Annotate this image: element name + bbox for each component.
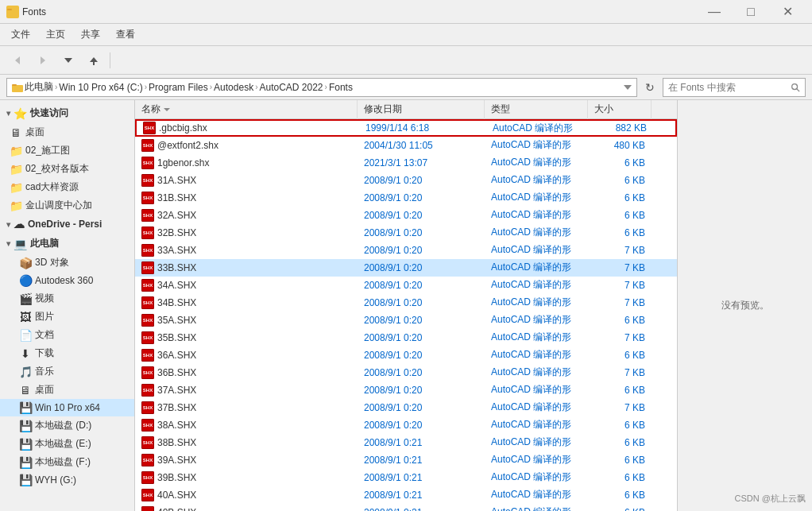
up-button[interactable] xyxy=(83,49,105,72)
table-row[interactable]: SHX38A.SHX 2008/9/1 0:20 AutoCAD 编译的形 6 … xyxy=(135,416,677,434)
sidebar-item-downloads[interactable]: ⬇ 下载 xyxy=(0,344,134,362)
refresh-button[interactable]: ↻ xyxy=(640,78,659,97)
recent-button[interactable] xyxy=(57,49,79,72)
table-row[interactable]: SHX35A.SHX 2008/9/1 0:20 AutoCAD 编译的形 6 … xyxy=(135,312,677,329)
sidebar-item-drive-d[interactable]: 💾 本地磁盘 (D:) xyxy=(0,416,134,435)
file-date-cell: 2008/9/1 0:20 xyxy=(358,385,485,396)
table-row[interactable]: SHX37A.SHX 2008/9/1 0:20 AutoCAD 编译的形 6 … xyxy=(135,381,677,399)
sidebar-item-desktop[interactable]: 🖥 桌面 xyxy=(0,123,134,141)
table-row[interactable]: SHX 31A.SHX 2008/9/1 0:20 AutoCAD 编译的形 6… xyxy=(135,172,677,189)
back-button[interactable] xyxy=(6,49,29,72)
sidebar-label-drive-g: WYH (G:) xyxy=(35,474,76,486)
table-row[interactable]: SHX 32A.SHX 2008/9/1 0:20 AutoCAD 编译的形 6… xyxy=(135,207,677,224)
table-row[interactable]: SHX39A.SHX 2008/9/1 0:21 AutoCAD 编译的形 6 … xyxy=(135,451,677,469)
col-header-size[interactable]: 大小 xyxy=(588,100,652,119)
sidebar-item-jinshan[interactable]: 📁 金山调度中心加 xyxy=(0,196,134,215)
autodesk-icon: 🔵 xyxy=(19,274,32,287)
table-row[interactable]: SHX 1gbenor.shx 2021/3/1 13:07 AutoCAD 编… xyxy=(135,154,677,172)
menu-file[interactable]: 文件 xyxy=(3,25,38,45)
col-name-label: 名称 xyxy=(141,103,160,116)
file-type-cell: AutoCAD 编译的形 xyxy=(485,191,588,204)
shx-file-icon: SHX xyxy=(141,384,154,397)
svg-rect-6 xyxy=(93,62,95,65)
sidebar-item-02-versions[interactable]: 📁 02_校对各版本 xyxy=(0,160,134,178)
table-row[interactable]: SHX40B.SHX 2008/9/1 0:21 AutoCAD 编译的形 6 … xyxy=(135,504,677,511)
file-size-cell: 6 KB xyxy=(588,437,652,448)
breadcrumb-autocad[interactable]: AutoCAD 2022 xyxy=(259,82,323,93)
file-type-cell: AutoCAD 编译的形 xyxy=(485,156,588,169)
breadcrumb-programfiles[interactable]: Program Files xyxy=(149,82,208,93)
menu-home[interactable]: 主页 xyxy=(38,25,73,45)
sidebar-label-autodesk360: Autodesk 360 xyxy=(35,275,93,286)
file-size-cell: 6 KB xyxy=(588,472,652,483)
sidebar-item-documents[interactable]: 📄 文档 xyxy=(0,326,134,344)
table-row[interactable]: SHX @extfont2.shx 2004/1/30 11:05 AutoCA… xyxy=(135,137,677,154)
svg-marker-5 xyxy=(90,57,98,62)
table-row[interactable]: SHX34B.SHX 2008/9/1 0:20 AutoCAD 编译的形 7 … xyxy=(135,294,677,312)
file-type-cell: AutoCAD 编译的形 xyxy=(486,122,590,135)
minimize-button[interactable]: — xyxy=(696,0,733,24)
table-row[interactable]: SHX 33A.SHX 2008/9/1 0:20 AutoCAD 编译的形 7… xyxy=(135,242,677,259)
col-header-name[interactable]: 名称 xyxy=(135,100,358,119)
file-list[interactable]: SHX .gbcbig.shx 1999/1/14 6:18 AutoCAD 编… xyxy=(135,119,677,511)
col-header-date[interactable]: 修改日期 xyxy=(358,100,485,119)
col-header-type[interactable]: 类型 xyxy=(485,100,588,119)
this-pc-header[interactable]: ▾ 💻 此电脑 xyxy=(0,234,134,254)
column-headers: 名称 修改日期 类型 大小 xyxy=(135,100,677,119)
table-row[interactable]: SHX .gbcbig.shx 1999/1/14 6:18 AutoCAD 编… xyxy=(135,119,677,137)
shx-file-icon: SHX xyxy=(141,226,154,239)
menu-share[interactable]: 共享 xyxy=(73,25,108,45)
sidebar-label-music: 音乐 xyxy=(35,365,54,378)
file-date-cell: 2008/9/1 0:21 xyxy=(358,490,485,501)
folder-icon xyxy=(6,6,19,18)
file-date-cell: 2008/9/1 0:20 xyxy=(358,350,485,361)
sidebar-item-videos[interactable]: 🎬 视频 xyxy=(0,289,134,308)
sidebar-item-win10[interactable]: 💾 Win 10 Pro x64 xyxy=(0,399,134,416)
file-name-label: 37A.SHX xyxy=(157,385,196,396)
table-row[interactable]: SHX34A.SHX 2008/9/1 0:20 AutoCAD 编译的形 7 … xyxy=(135,277,677,294)
table-row[interactable]: SHX 32B.SHX 2008/9/1 0:20 AutoCAD 编译的形 6… xyxy=(135,224,677,242)
maximize-button[interactable]: □ xyxy=(733,0,769,24)
table-row[interactable]: SHX37B.SHX 2008/9/1 0:20 AutoCAD 编译的形 7 … xyxy=(135,399,677,416)
svg-marker-2 xyxy=(15,56,20,64)
file-type-cell: AutoCAD 编译的形 xyxy=(485,418,588,432)
sidebar-item-02-construction[interactable]: 📁 02_施工图 xyxy=(0,141,134,160)
sidebar-item-3d[interactable]: 📦 3D 对象 xyxy=(0,254,134,272)
sidebar-item-autodesk360[interactable]: 🔵 Autodesk 360 xyxy=(0,272,134,289)
forward-button[interactable] xyxy=(32,49,54,72)
quick-access-header[interactable]: ▾ ⭐ 快速访问 xyxy=(0,103,134,123)
table-row[interactable]: SHX36A.SHX 2008/9/1 0:20 AutoCAD 编译的形 6 … xyxy=(135,346,677,364)
drive-e-icon: 💾 xyxy=(19,438,32,451)
sidebar-item-drive-f[interactable]: 💾 本地磁盘 (F:) xyxy=(0,453,134,471)
file-name-label: 40A.SHX xyxy=(157,490,196,501)
table-row[interactable]: SHX35B.SHX 2008/9/1 0:20 AutoCAD 编译的形 7 … xyxy=(135,329,677,346)
shx-file-icon: SHX xyxy=(141,366,154,379)
table-row[interactable]: SHX40A.SHX 2008/9/1 0:21 AutoCAD 编译的形 6 … xyxy=(135,486,677,504)
breadcrumb-drive[interactable]: Win 10 Pro x64 (C:) xyxy=(59,82,142,93)
table-row[interactable]: SHX36B.SHX 2008/9/1 0:20 AutoCAD 编译的形 7 … xyxy=(135,364,677,381)
sidebar-item-cad[interactable]: 📁 cad大样资源 xyxy=(0,178,134,196)
sidebar-item-desktop2[interactable]: 🖥 桌面 xyxy=(0,381,134,399)
table-row[interactable]: SHX38B.SHX 2008/9/1 0:21 AutoCAD 编译的形 6 … xyxy=(135,434,677,451)
shx-file-icon: SHX xyxy=(141,506,154,512)
folder-jinshan-icon: 📁 xyxy=(10,199,22,212)
col-size-label: 大小 xyxy=(594,103,613,116)
sidebar-item-pictures[interactable]: 🖼 图片 xyxy=(0,308,134,326)
breadcrumb-pc[interactable]: 此电脑 xyxy=(25,80,53,94)
sidebar-item-drive-e[interactable]: 💾 本地磁盘 (E:) xyxy=(0,435,134,453)
file-date-cell: 2008/9/1 0:20 xyxy=(358,402,485,413)
search-input[interactable] xyxy=(668,82,787,93)
search-box[interactable] xyxy=(663,78,806,97)
onedrive-header[interactable]: ▾ ☁ OneDrive - Persi xyxy=(0,215,134,234)
table-row[interactable]: SHX39B.SHX 2008/9/1 0:21 AutoCAD 编译的形 6 … xyxy=(135,469,677,486)
table-row[interactable]: SHX 31B.SHX 2008/9/1 0:20 AutoCAD 编译的形 6… xyxy=(135,189,677,207)
address-input[interactable]: 此电脑 › Win 10 Pro x64 (C:) › Program File… xyxy=(6,78,637,97)
breadcrumb-autodesk[interactable]: Autodesk xyxy=(214,82,253,93)
menu-view[interactable]: 查看 xyxy=(108,25,143,45)
breadcrumb-fonts[interactable]: Fonts xyxy=(329,82,353,93)
sidebar-item-drive-g[interactable]: 💾 WYH (G:) xyxy=(0,471,134,489)
sidebar-item-music[interactable]: 🎵 音乐 xyxy=(0,362,134,381)
file-name-cell: SHX40A.SHX xyxy=(135,489,358,501)
table-row[interactable]: SHX 33B.SHX 2008/9/1 0:20 AutoCAD 编译的形 7… xyxy=(135,259,677,277)
close-button[interactable]: ✕ xyxy=(769,0,806,24)
